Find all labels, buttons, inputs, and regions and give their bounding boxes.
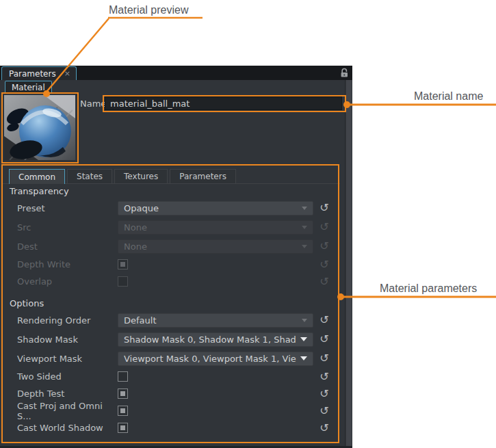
close-icon[interactable]: ×	[64, 70, 70, 77]
viewport-mask-label: Viewport Mask	[17, 354, 118, 364]
src-dropdown[interactable]: None	[118, 220, 313, 235]
cast-proj-omni-checkbox[interactable]	[118, 406, 128, 416]
two-sided-label: Two Sided	[17, 371, 118, 382]
cast-world-shadow-checkbox[interactable]	[118, 423, 128, 433]
src-value: None	[124, 222, 298, 233]
depth-test-label: Depth Test	[17, 388, 118, 399]
annotation-label-parameters: Material parameters	[380, 282, 477, 295]
reset-icon[interactable]: ↺	[318, 333, 330, 345]
reset-icon[interactable]: ↺	[318, 388, 330, 400]
row-cast-proj-omni-shadow: Cast Proj and Omni S... ↺	[2, 402, 340, 419]
row-rendering-order: Rendering Order Default ↺	[2, 311, 340, 330]
panel-scrollbar[interactable]	[345, 80, 352, 446]
viewport-mask-dropdown[interactable]: Viewport Mask 0, Viewport Mask 1, Viewpo…	[118, 352, 313, 366]
material-preview-thumbnail[interactable]	[4, 95, 75, 160]
rendering-order-label: Rendering Order	[17, 315, 118, 326]
unlock-icon[interactable]	[340, 68, 349, 78]
tab-textures-label: Textures	[124, 172, 158, 181]
row-depth-write: Depth Write ↺	[2, 256, 340, 273]
tab-common[interactable]: Common	[9, 169, 65, 184]
reset-icon[interactable]: ↺	[318, 202, 330, 214]
tab-material[interactable]: Material	[5, 81, 52, 94]
two-sided-checkbox[interactable]	[118, 371, 128, 382]
reset-icon[interactable]: ↺	[318, 405, 330, 417]
rendering-order-dropdown[interactable]: Default	[118, 313, 313, 328]
src-label: Src	[17, 222, 118, 233]
section-header-options: Options	[10, 298, 340, 311]
reset-icon[interactable]: ↺	[318, 240, 330, 252]
depth-test-checkbox[interactable]	[118, 388, 128, 399]
reset-icon[interactable]: ↺	[318, 422, 330, 434]
row-dest: Dest None ↺	[2, 237, 340, 256]
preset-label: Preset	[17, 203, 118, 213]
annotation-label-preview: Material preview	[109, 4, 188, 16]
row-shadow-mask: Shadow Mask Shadow Mask 0, Shadow Mask 1…	[2, 330, 340, 349]
cast-proj-omni-label: Cast Proj and Omni S...	[17, 401, 118, 421]
material-ball-image	[4, 95, 75, 160]
tab-parameters[interactable]: Parameters	[170, 169, 236, 183]
material-tab-strip: Common States Textures Parameters	[2, 169, 340, 184]
viewport-mask-value: Viewport Mask 0, Viewport Mask 1, Viewpo…	[124, 354, 296, 364]
row-preset: Preset Opaque ↺	[2, 198, 340, 218]
reset-icon[interactable]: ↺	[318, 314, 330, 326]
annotation-label-name: Material name	[414, 90, 483, 103]
row-src: Src None ↺	[2, 218, 340, 237]
tab-parameters-label: Parameters	[9, 69, 56, 79]
tab-material-label: Material	[12, 83, 45, 92]
row-viewport-mask: Viewport Mask Viewport Mask 0, Viewport …	[2, 349, 340, 368]
section-header-transparency: Transparency	[10, 186, 340, 198]
chevron-down-icon	[302, 319, 307, 322]
reset-icon[interactable]: ↺	[318, 276, 330, 288]
tab-parameters-label: Parameters	[179, 172, 226, 181]
reset-icon[interactable]: ↺	[318, 371, 330, 383]
chevron-down-icon	[300, 356, 307, 360]
preset-dropdown[interactable]: Opaque	[118, 201, 313, 215]
parameters-panel: Parameters × Material	[0, 66, 352, 448]
material-name-input[interactable]	[105, 96, 342, 110]
cast-world-shadow-label: Cast World Shadow	[17, 423, 118, 433]
reset-icon[interactable]: ↺	[318, 259, 330, 271]
tab-textures[interactable]: Textures	[114, 169, 168, 183]
scrollbar-thumb[interactable]	[346, 80, 352, 446]
parameters-content: Transparency Preset Opaque ↺ Src None ↺ …	[2, 185, 340, 436]
panel-tab-bar: Parameters ×	[0, 66, 352, 80]
overlap-checkbox[interactable]	[118, 276, 128, 287]
reset-icon[interactable]: ↺	[318, 221, 330, 233]
row-depth-test: Depth Test ↺	[2, 385, 340, 402]
depth-write-label: Depth Write	[17, 259, 118, 269]
preset-value: Opaque	[124, 203, 298, 213]
tab-states-label: States	[77, 172, 103, 181]
chevron-down-icon	[302, 226, 307, 229]
rendering-order-value: Default	[124, 315, 298, 326]
tab-states[interactable]: States	[67, 169, 112, 183]
reset-icon[interactable]: ↺	[318, 352, 330, 365]
tab-parameters-window[interactable]: Parameters ×	[1, 66, 77, 80]
dest-label: Dest	[17, 241, 118, 252]
shadow-mask-label: Shadow Mask	[17, 334, 118, 345]
overlap-label: Overlap	[17, 276, 118, 287]
dest-value: None	[124, 241, 298, 252]
row-two-sided: Two Sided ↺	[2, 368, 340, 385]
chevron-down-icon	[302, 245, 307, 248]
shadow-mask-value: Shadow Mask 0, Shadow Mask 1, Shadow ...	[124, 334, 296, 345]
tab-common-label: Common	[18, 172, 55, 182]
shadow-mask-dropdown[interactable]: Shadow Mask 0, Shadow Mask 1, Shadow ...	[118, 332, 313, 347]
screenshot-canvas: Parameters × Material	[0, 0, 496, 448]
row-cast-world-shadow: Cast World Shadow ↺	[2, 419, 340, 436]
chevron-down-icon	[300, 337, 307, 341]
depth-write-checkbox[interactable]	[118, 259, 128, 269]
name-field-label: Name	[80, 98, 106, 109]
row-overlap: Overlap ↺	[2, 273, 340, 290]
chevron-down-icon	[302, 207, 307, 210]
dest-dropdown[interactable]: None	[118, 239, 313, 254]
